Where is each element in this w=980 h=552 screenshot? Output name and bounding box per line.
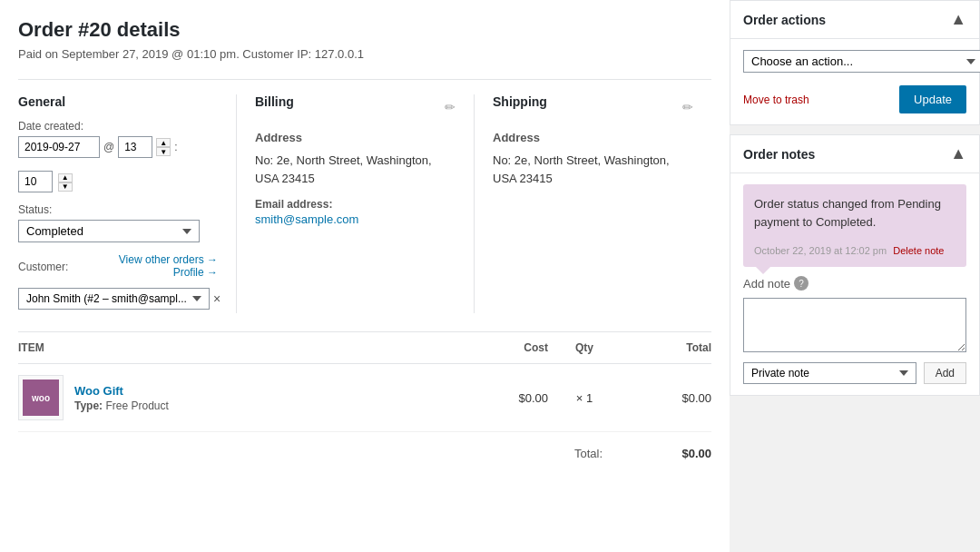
move-trash-link[interactable]: Move to trash bbox=[743, 94, 809, 106]
at-label: @ bbox=[103, 141, 114, 153]
date-input[interactable] bbox=[18, 136, 100, 158]
order-note-box: Order status changed from Pending paymen… bbox=[743, 184, 966, 267]
add-note-help-icon[interactable]: ? bbox=[794, 276, 808, 291]
table-row: woo Woo Gift Type: Free Product $0.00 × … bbox=[18, 364, 711, 432]
billing-edit-icon[interactable]: ✏ bbox=[445, 100, 456, 114]
col-qty-header: Qty bbox=[548, 341, 621, 354]
woo-thumb-text: woo bbox=[32, 393, 50, 403]
order-notes-section: Order notes ▲ Order status changed from … bbox=[730, 134, 980, 396]
add-note-btn[interactable]: Add bbox=[924, 362, 966, 384]
minute-down-btn[interactable]: ▼ bbox=[58, 182, 73, 192]
item-name-link[interactable]: Woo Gift bbox=[74, 384, 123, 398]
col-total-header: Total bbox=[621, 341, 711, 354]
billing-address-label: Address bbox=[255, 131, 456, 144]
col-item-header: Item bbox=[18, 341, 457, 354]
add-note-label: Add note ? bbox=[743, 276, 966, 291]
item-total: $0.00 bbox=[621, 391, 711, 405]
profile-link[interactable]: Profile → bbox=[173, 266, 218, 279]
action-select[interactable]: Choose an action... Email invoice / orde… bbox=[743, 50, 980, 73]
shipping-address-label: Address bbox=[493, 131, 693, 144]
delete-note-link[interactable]: Delete note bbox=[893, 245, 944, 256]
item-qty: × 1 bbox=[548, 391, 621, 405]
minute-up-btn[interactable]: ▲ bbox=[58, 173, 73, 182]
shipping-address: No: 2e, North Street, Washington, USA 23… bbox=[493, 152, 693, 187]
order-notes-collapse-btn[interactable]: ▲ bbox=[950, 144, 966, 163]
item-cost: $0.00 bbox=[457, 391, 548, 405]
page-subtitle: Paid on September 27, 2019 @ 01:10 pm. C… bbox=[18, 47, 711, 61]
hour-up-btn[interactable]: ▲ bbox=[156, 138, 171, 147]
date-created-label: Date created: bbox=[18, 120, 218, 133]
customer-label: Customer: bbox=[18, 261, 68, 273]
customer-clear-btn[interactable]: × bbox=[213, 291, 220, 306]
note-text: Order status changed from Pending paymen… bbox=[754, 195, 956, 231]
note-meta: October 22, 2019 at 12:02 pm Delete note bbox=[754, 245, 956, 256]
billing-section-title: Billing bbox=[255, 94, 294, 109]
order-notes-title: Order notes bbox=[743, 147, 815, 162]
order-actions-collapse-btn[interactable]: ▲ bbox=[950, 10, 966, 29]
order-actions-section: Order actions ▲ Choose an action... Emai… bbox=[730, 0, 980, 125]
billing-email-link[interactable]: smith@sample.com bbox=[255, 212, 358, 226]
billing-email-label: Email address: bbox=[255, 198, 456, 211]
general-section-title: General bbox=[18, 94, 218, 109]
item-info: Woo Gift Type: Free Product bbox=[74, 384, 457, 412]
view-other-orders-link[interactable]: View other orders → bbox=[119, 253, 218, 266]
total-label: Total: bbox=[574, 447, 603, 460]
status-select[interactable]: Pending payment Processing On hold Compl… bbox=[18, 220, 200, 242]
col-cost-header: Cost bbox=[457, 341, 548, 354]
note-textarea[interactable] bbox=[743, 298, 966, 352]
update-btn[interactable]: Update bbox=[899, 85, 966, 113]
note-type-select[interactable]: Private note Note to customer bbox=[743, 362, 916, 384]
shipping-edit-icon[interactable]: ✏ bbox=[682, 100, 693, 114]
status-label: Status: bbox=[18, 203, 218, 216]
item-type: Type: Free Product bbox=[74, 399, 457, 412]
page-title: Order #20 details bbox=[18, 18, 711, 42]
item-thumbnail: woo bbox=[18, 375, 64, 420]
billing-address: No: 2e, North Street, Washington, USA 23… bbox=[255, 152, 456, 187]
minute-input[interactable] bbox=[18, 171, 53, 192]
shipping-section-title: Shipping bbox=[493, 94, 547, 109]
total-value: $0.00 bbox=[639, 447, 711, 460]
customer-select[interactable]: John Smith (#2 – smith@sampl... bbox=[18, 288, 210, 310]
hour-down-btn[interactable]: ▼ bbox=[156, 147, 171, 156]
order-actions-title: Order actions bbox=[743, 13, 826, 27]
sidebar: Order actions ▲ Choose an action... Emai… bbox=[730, 0, 980, 552]
hour-input[interactable] bbox=[118, 136, 152, 158]
